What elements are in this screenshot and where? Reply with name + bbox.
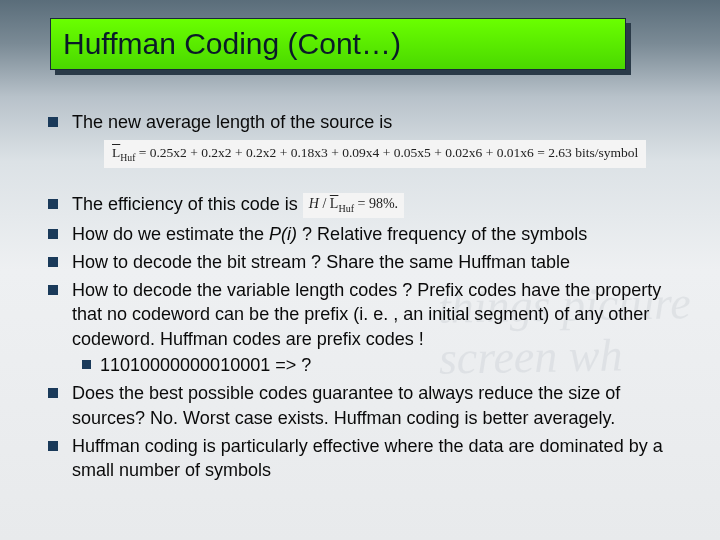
formula-eff-rhs: = 98%. xyxy=(354,196,398,211)
bullet-text: The new average length of the source is xyxy=(72,112,392,132)
slide-title: Huffman Coding (Cont…) xyxy=(63,27,401,61)
title-bar-inner: Huffman Coding (Cont…) xyxy=(50,18,626,70)
formula-H: H xyxy=(309,196,319,211)
bullet-estimate-pi: How do we estimate the P(i) ? Relative f… xyxy=(40,222,690,246)
bullet-pi-ital: P(i) xyxy=(269,224,297,244)
title-bar: Huffman Coding (Cont…) xyxy=(50,18,626,70)
formula-efficiency: H / LHuf = 98%. xyxy=(303,193,404,217)
bullet-text: How to decode the variable length codes … xyxy=(72,280,661,349)
bullet-avg-length: The new average length of the source is … xyxy=(40,110,690,168)
formula-sub-huf: Huf xyxy=(120,152,135,163)
formula-slash: / xyxy=(319,196,330,211)
bullet-text-pre: How do we estimate the xyxy=(72,224,269,244)
formula-symbol-L: L xyxy=(112,145,120,160)
formula-avg-rhs: = 0.25x2 + 0.2x2 + 0.2x2 + 0.18x3 + 0.09… xyxy=(135,145,638,160)
formula-avg-length: LHuf = 0.25x2 + 0.2x2 + 0.2x2 + 0.18x3 +… xyxy=(104,140,646,168)
formula-sub-huf2: Huf xyxy=(338,203,354,214)
bullet-text: Does the best possible codes guarantee t… xyxy=(72,383,620,427)
bullet-text-post: ? Relative frequency of the symbols xyxy=(297,224,587,244)
bullet-effective: Huffman coding is particularly effective… xyxy=(40,434,690,483)
bullet-efficiency: The efficiency of this code is H / LHuf … xyxy=(40,192,690,217)
sub-bullet-binary: 11010000000010001 => ? xyxy=(72,353,690,377)
bullet-text: Huffman coding is particularly effective… xyxy=(72,436,663,480)
sub-bullet-text: 11010000000010001 => ? xyxy=(100,355,311,375)
slide-content: The new average length of the source is … xyxy=(40,110,690,487)
bullet-best-codes: Does the best possible codes guarantee t… xyxy=(40,381,690,430)
bullet-prefix-codes: How to decode the variable length codes … xyxy=(40,278,690,377)
bullet-text: The efficiency of this code is xyxy=(72,194,303,214)
bullet-decode-stream: How to decode the bit stream ? Share the… xyxy=(40,250,690,274)
bullet-text: How to decode the bit stream ? Share the… xyxy=(72,252,570,272)
